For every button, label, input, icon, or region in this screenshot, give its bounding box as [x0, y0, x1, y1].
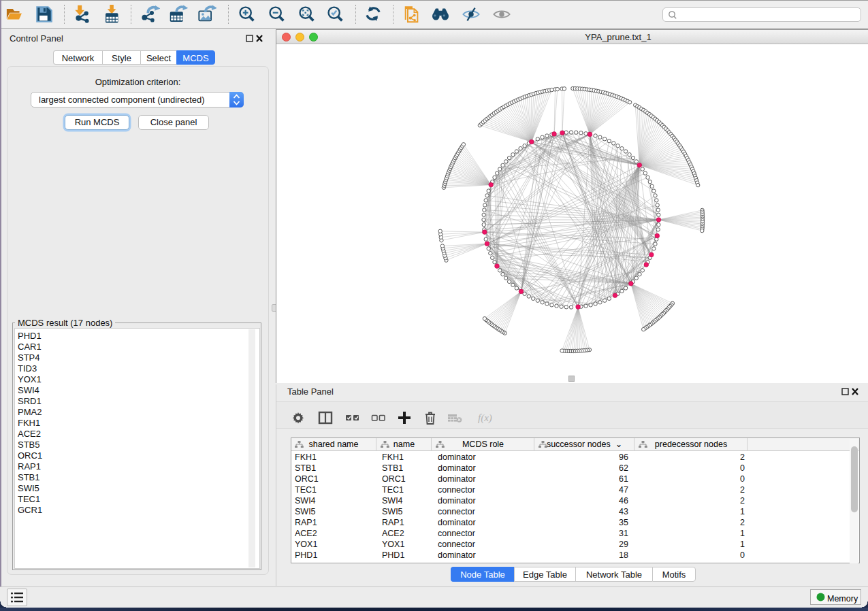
svg-text:f(x): f(x)	[478, 412, 492, 424]
